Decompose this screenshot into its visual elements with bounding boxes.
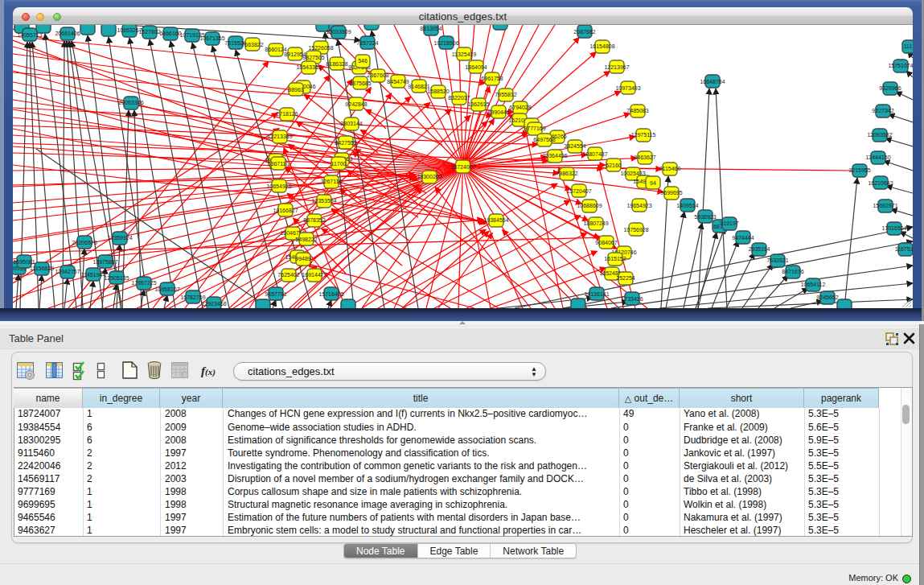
svg-text:12444150: 12444150 xyxy=(865,154,890,160)
svg-text:10973493: 10973493 xyxy=(615,85,640,91)
svg-text:20053346: 20053346 xyxy=(118,100,143,105)
svg-text:19300203: 19300203 xyxy=(417,174,441,179)
svg-text:9474444: 9474444 xyxy=(732,235,754,241)
svg-text:20206576: 20206576 xyxy=(72,240,97,245)
svg-text:9242848: 9242848 xyxy=(345,101,367,107)
svg-text:1695081: 1695081 xyxy=(13,259,35,265)
svg-text:1409514: 1409514 xyxy=(676,203,698,208)
svg-text:15720407: 15720407 xyxy=(566,188,591,194)
svg-text:3875685: 3875685 xyxy=(349,80,371,86)
svg-text:252254: 252254 xyxy=(616,275,634,281)
svg-text:10756928: 10756928 xyxy=(623,227,648,233)
svg-text:7663822: 7663822 xyxy=(241,42,263,47)
svg-text:9777169: 9777169 xyxy=(524,126,545,131)
svg-text:546: 546 xyxy=(358,58,368,64)
svg-text:17016504: 17016504 xyxy=(881,225,906,231)
svg-text:7625402: 7625402 xyxy=(277,272,299,278)
svg-text:5498222: 5498222 xyxy=(295,237,317,242)
svg-text:6794028: 6794028 xyxy=(509,105,531,110)
svg-text:1117: 1117 xyxy=(904,43,913,49)
svg-text:9463627: 9463627 xyxy=(634,154,655,160)
svg-text:(x): (x) xyxy=(205,367,216,377)
svg-text:9827505: 9827505 xyxy=(302,55,324,60)
svg-text:9329966: 9329966 xyxy=(879,85,901,91)
svg-text:12975115: 12975115 xyxy=(631,132,656,138)
svg-text:1588520: 1588520 xyxy=(427,89,449,94)
svg-text:62160: 62160 xyxy=(606,163,622,168)
svg-text:20364436: 20364436 xyxy=(542,153,567,159)
svg-text:10807487: 10807487 xyxy=(582,151,607,157)
svg-text:12923468: 12923468 xyxy=(201,301,226,307)
svg-text:15716485: 15716485 xyxy=(318,291,343,297)
svg-text:5938923: 5938923 xyxy=(694,214,716,220)
svg-text:12353594: 12353594 xyxy=(311,198,336,204)
svg-text:8813054: 8813054 xyxy=(420,26,441,31)
svg-text:9245652: 9245652 xyxy=(816,295,838,300)
svg-text:1167534: 1167534 xyxy=(895,246,913,252)
svg-text:1615152: 1615152 xyxy=(604,256,626,262)
svg-text:20691406: 20691406 xyxy=(55,31,80,36)
svg-text:11156829: 11156829 xyxy=(30,266,54,271)
svg-text:8454749: 8454749 xyxy=(387,79,409,84)
svg-text:8322037: 8322037 xyxy=(448,95,470,101)
svg-text:9227342: 9227342 xyxy=(872,108,893,113)
svg-text:6466160: 6466160 xyxy=(159,31,181,36)
svg-text:19166827: 19166827 xyxy=(273,208,298,213)
svg-text:16914479: 16914479 xyxy=(302,272,326,278)
svg-text:18724007: 18724007 xyxy=(450,164,475,170)
svg-text:10671355: 10671355 xyxy=(199,35,224,41)
svg-text:13975867: 13975867 xyxy=(92,259,117,265)
svg-text:8186328: 8186328 xyxy=(326,61,347,67)
svg-text:11700: 11700 xyxy=(331,161,347,167)
svg-text:3824554: 3824554 xyxy=(564,143,585,149)
svg-text:3215955: 3215955 xyxy=(848,167,870,173)
svg-text:8471676: 8471676 xyxy=(782,269,803,274)
svg-text:16210643: 16210643 xyxy=(868,180,893,186)
svg-text:1733426: 1733426 xyxy=(621,296,643,302)
svg-text:3267110: 3267110 xyxy=(321,179,343,184)
svg-text:9115460: 9115460 xyxy=(659,166,681,171)
svg-text:94: 94 xyxy=(650,180,656,186)
svg-text:2935114: 2935114 xyxy=(749,246,770,252)
svg-text:9457791: 9457791 xyxy=(265,291,286,297)
svg-text:14136141: 14136141 xyxy=(584,291,609,297)
svg-text:6961758: 6961758 xyxy=(481,76,503,81)
svg-text:8990448: 8990448 xyxy=(487,109,509,115)
svg-text:19654923: 19654923 xyxy=(626,203,651,208)
svg-text:16033809: 16033809 xyxy=(326,29,351,35)
svg-text:7986322: 7986322 xyxy=(556,171,577,176)
svg-text:17957225: 17957225 xyxy=(131,280,156,286)
svg-text:7857224: 7857224 xyxy=(356,40,378,46)
svg-text:9084067: 9084067 xyxy=(595,240,617,245)
svg-text:2367608: 2367608 xyxy=(367,72,388,78)
svg-text:17359924: 17359924 xyxy=(107,235,132,241)
svg-text:10688609: 10688609 xyxy=(577,203,602,208)
svg-text:2803144: 2803144 xyxy=(340,121,362,126)
svg-text:5367110: 5367110 xyxy=(268,161,290,167)
svg-text:10654925: 10654925 xyxy=(266,183,291,189)
svg-text:18807249: 18807249 xyxy=(583,220,608,226)
svg-text:10654112: 10654112 xyxy=(801,282,826,287)
svg-text:8427552: 8427552 xyxy=(335,140,356,146)
svg-text:7485083: 7485083 xyxy=(626,108,648,113)
svg-text:1864094: 1864094 xyxy=(465,64,487,70)
svg-text:16543362: 16543362 xyxy=(296,64,321,70)
svg-text:99489: 99489 xyxy=(295,256,311,262)
svg-text:2718126: 2718126 xyxy=(276,111,298,117)
svg-text:1362615: 1362615 xyxy=(467,101,489,107)
svg-text:15751074: 15751074 xyxy=(888,63,913,68)
svg-text:7955812: 7955812 xyxy=(495,92,516,97)
svg-text:12942757: 12942757 xyxy=(55,269,80,274)
svg-text:12505135: 12505135 xyxy=(104,275,129,281)
svg-text:11325419: 11325419 xyxy=(452,51,477,57)
svg-text:1527602: 1527602 xyxy=(138,29,160,35)
svg-text:16782759: 16782759 xyxy=(180,295,205,300)
svg-text:12213967: 12213967 xyxy=(604,64,629,70)
svg-text:9699695: 9699695 xyxy=(660,190,682,196)
svg-text:7632621: 7632621 xyxy=(766,257,788,263)
svg-text:16648784: 16648784 xyxy=(700,79,725,84)
svg-text:11451944: 11451944 xyxy=(81,272,106,278)
svg-text:6497568: 6497568 xyxy=(533,137,555,142)
svg-text:19218506: 19218506 xyxy=(433,40,458,46)
svg-text:8878352: 8878352 xyxy=(303,217,325,223)
